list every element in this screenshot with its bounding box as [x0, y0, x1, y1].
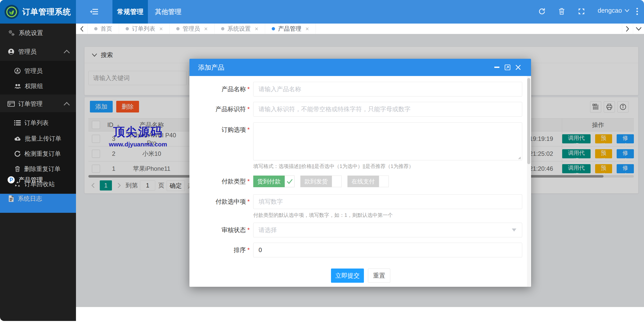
switch-label: 货到付款 [253, 176, 285, 187]
paytype-switch-online[interactable]: 在线支付 [347, 176, 389, 187]
order-options-textarea[interactable] [253, 122, 522, 160]
app-header: 订单管理系统 常规管理 其他管理 dengcao [0, 0, 644, 24]
user-menu[interactable]: dengcao [598, 7, 630, 14]
maximize-icon[interactable] [503, 63, 512, 72]
field-label-sort: 排序 * [189, 243, 250, 257]
chevron-down-icon [625, 9, 630, 12]
sidebar-item-label: 管理员 [24, 67, 43, 75]
tab-label: 首页 [101, 25, 112, 33]
select-caret-icon [512, 228, 516, 232]
modal-title: 添加产品 [198, 63, 224, 72]
sidebar-item-detect-duplicates[interactable]: 检测重复订单 [0, 146, 76, 161]
sort-input[interactable] [253, 243, 522, 257]
sidebar-item-label: 订单列表 [24, 119, 49, 127]
tab-product-management[interactable]: 产品管理 × [265, 24, 316, 34]
tab-dot [221, 27, 224, 30]
sidebar-item-system-log[interactable]: 系统日志 [0, 189, 76, 208]
collapse-sidebar-icon[interactable] [89, 7, 99, 17]
kebab-menu-icon[interactable] [632, 6, 642, 16]
close-icon[interactable] [514, 63, 522, 72]
required-asterisk: * [247, 178, 250, 185]
minimize-icon[interactable] [493, 63, 501, 72]
order-card-icon [8, 101, 15, 107]
trash-icon[interactable] [557, 6, 567, 16]
sidebar-item-order-list[interactable]: 订单列表 [0, 115, 76, 130]
sidebar-item-label: 产品管理 [18, 176, 43, 184]
tab-order-list[interactable]: 订单列表 × [119, 24, 170, 34]
tab-dot [126, 27, 129, 30]
reset-button[interactable]: 重置 [368, 269, 390, 283]
tab-label: 管理员 [183, 25, 200, 33]
sidebar-item-permission-group[interactable]: 权限组 [0, 79, 76, 94]
sidebar-item-admin-group[interactable]: 管理员 [0, 42, 76, 61]
status-select[interactable]: 请选择 [253, 223, 522, 237]
user-circle-icon [14, 68, 21, 74]
resize-handle-icon[interactable] [517, 156, 521, 159]
tab-close-icon[interactable]: × [305, 25, 309, 32]
fullscreen-icon[interactable] [576, 6, 587, 16]
sidebar-item-label: 管理员 [18, 48, 36, 56]
tab-close-icon[interactable]: × [204, 25, 208, 32]
cloud-upload-icon [14, 136, 21, 142]
paytype-switch-group: 货到付款 款到发货 在线支付 [253, 176, 389, 187]
options-format-hint: 填写格式：选项描述||价格||是否选中（1为选中）||是否推荐（1为推荐） [253, 163, 414, 170]
leaf-logo-icon [6, 6, 17, 17]
sidebar-item-admin[interactable]: 管理员 [0, 63, 76, 79]
paytype-switch-prepay[interactable]: 款到发货 [300, 176, 342, 187]
tabbar-prev-button[interactable] [76, 24, 88, 34]
modal-header[interactable]: 添加产品 [189, 59, 531, 76]
required-asterisk: * [247, 126, 250, 133]
tab-admin[interactable]: 管理员 × [170, 24, 214, 34]
page-tabbar: 首页 订单列表 × 管理员 × 系统设置 × 产品管理 × [76, 24, 644, 34]
field-label-options: 订购选项 * [189, 122, 250, 137]
switch-label: 款到发货 [300, 176, 332, 187]
sidebar-item-label: 权限组 [25, 82, 43, 90]
sidebar-item-label: 检测重复订单 [24, 150, 61, 158]
tab-label: 订单列表 [132, 25, 155, 33]
sidebar-item-product-management[interactable]: 产品管理 [0, 170, 76, 189]
tabbar-menu-button[interactable] [633, 24, 644, 34]
topnav-tab-general[interactable]: 常规管理 [112, 0, 148, 24]
modal-scrollbar-thumb[interactable] [527, 78, 530, 164]
add-product-modal: 添加产品 产品名称 * 产品标识符 * 订购选项 * [189, 59, 531, 287]
app-logo [5, 5, 19, 19]
tab-system-settings[interactable]: 系统设置 × [214, 24, 265, 34]
tab-home[interactable]: 首页 [88, 24, 119, 34]
user-group-icon [14, 83, 21, 89]
submit-button[interactable]: 立即提交 [331, 269, 364, 283]
sidebar-item-system-settings[interactable]: 系统设置 [0, 24, 76, 42]
app-title: 订单管理系统 [22, 7, 71, 17]
sidebar-item-batch-upload[interactable]: 批量上传订单 [0, 131, 76, 146]
product-p-icon [7, 176, 15, 184]
tab-label: 系统设置 [227, 25, 251, 33]
tab-label: 产品管理 [278, 25, 301, 33]
required-asterisk: * [247, 198, 250, 205]
sidebar-item-label: 订单管理 [18, 100, 43, 108]
admin-user-icon [8, 48, 15, 55]
product-name-input[interactable] [253, 82, 522, 97]
username: dengcao [598, 7, 622, 14]
log-file-icon [8, 195, 14, 202]
tab-close-icon[interactable]: × [159, 25, 163, 32]
field-label-ident: 产品标识符 * [189, 102, 250, 117]
paytype-switch-cod[interactable]: 货到付款 [253, 176, 295, 187]
field-label-payselect: 付款选中项 * [189, 194, 250, 209]
required-asterisk: * [247, 106, 250, 113]
payselect-hint: 付款类型的默认选中项，填写数字，如：1，则默认选中第一个 [253, 212, 393, 219]
topnav-tab-other[interactable]: 其他管理 [148, 0, 188, 24]
chevron-up-icon [64, 50, 70, 56]
chevron-up-icon [64, 102, 70, 108]
sidebar-item-label: 系统日志 [18, 195, 42, 203]
product-ident-input[interactable] [253, 102, 522, 117]
sidebar-item-label: 批量上传订单 [25, 135, 61, 143]
sidebar-item-order-group[interactable]: 订单管理 [0, 94, 76, 113]
modal-scrollbar-track[interactable] [527, 76, 531, 287]
field-label-name: 产品名称 * [189, 82, 250, 97]
refresh-icon[interactable] [537, 6, 547, 16]
tab-close-icon[interactable]: × [255, 25, 258, 32]
check-icon [287, 179, 293, 184]
tabbar-next-button[interactable] [622, 24, 633, 34]
required-asterisk: * [247, 86, 250, 93]
payselect-input[interactable] [253, 194, 522, 209]
refresh-check-icon [14, 150, 21, 157]
